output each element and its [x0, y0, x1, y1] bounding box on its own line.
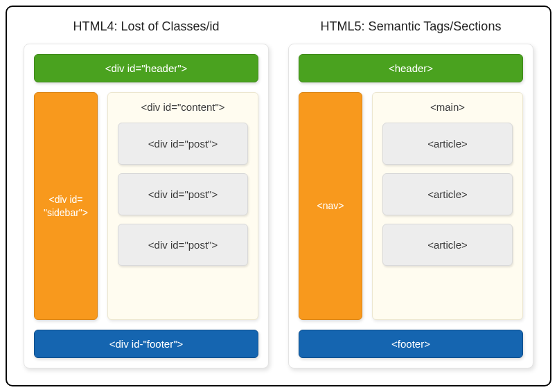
html4-post-block: <div id="post"> [118, 123, 248, 165]
html5-sidebar-label: <nav> [317, 199, 344, 213]
html4-sidebar-label: <div id= "sidebar"> [44, 193, 88, 220]
html4-post-block: <div id="post"> [118, 173, 248, 215]
html5-content-block: <main> <article> <article> <article> [372, 92, 523, 320]
html5-title: HTML5: Semantic Tags/Sections [288, 19, 533, 34]
html5-sidebar-block: <nav> [299, 92, 362, 320]
html4-content-block: <div id="content"> <div id="post"> <div … [107, 92, 258, 320]
html4-content-label: <div id="content"> [118, 101, 248, 113]
html4-header-block: <div id="header"> [34, 54, 258, 82]
html4-post-block: <div id="post"> [118, 224, 248, 266]
html4-title: HTML4: Lost of Classes/id [24, 19, 269, 34]
html5-content-label: <main> [382, 101, 513, 113]
html4-column: HTML4: Lost of Classes/id <div id="heade… [24, 19, 269, 368]
html5-post-block: <article> [382, 224, 513, 266]
html5-panel: <header> <nav> <main> <article> <article… [288, 44, 533, 368]
html4-sidebar-block: <div id= "sidebar"> [34, 92, 98, 320]
html5-column: HTML5: Semantic Tags/Sections <header> <… [288, 19, 533, 368]
html5-post-block: <article> [382, 173, 513, 215]
html5-header-block: <header> [299, 54, 523, 82]
html4-footer-block: <div id-"footer"> [34, 330, 258, 358]
html5-footer-block: <footer> [299, 330, 523, 358]
html4-panel: <div id="header"> <div id= "sidebar"> <d… [24, 44, 269, 368]
diagram-container: HTML4: Lost of Classes/id <div id="heade… [6, 6, 551, 386]
html5-middle-row: <nav> <main> <article> <article> <articl… [299, 92, 523, 320]
html4-middle-row: <div id= "sidebar"> <div id="content"> <… [34, 92, 258, 320]
html5-post-block: <article> [382, 123, 513, 165]
